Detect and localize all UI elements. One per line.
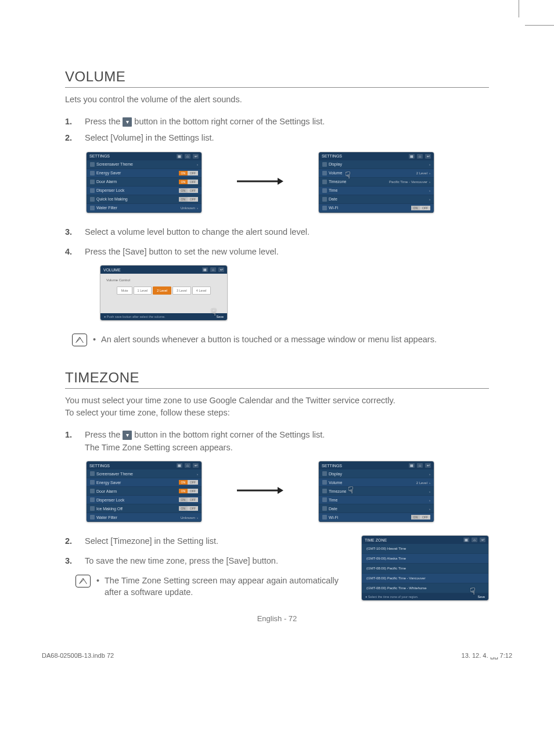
wifi-icon [322, 515, 327, 519]
ice-icon [90, 506, 95, 511]
settings-row[interactable]: Wi-FiONOFF [319, 513, 434, 522]
timezone-option[interactable]: (GMT-10:00) Hawaii Time [362, 544, 488, 554]
settings-row[interactable]: Energy SaverONOFF [87, 478, 202, 487]
volume-note: An alert sounds whenever a button is tou… [93, 334, 437, 345]
settings-row[interactable]: Door AlarmONOFF [87, 178, 202, 187]
step-3: 3. Select a volume level button to chang… [65, 226, 489, 239]
page-footer: English - 72 [65, 614, 489, 623]
settings-row[interactable]: Screensaver Theme› [87, 160, 202, 169]
settings-screenshot-b: SETTINGS ▦⌂↩ Display›Volume2 Level›Timez… [318, 152, 434, 213]
volume-screenshot: VOLUME ▦⌂↩ Volume Control Mute1 Level2 L… [100, 265, 228, 321]
clock-icon [322, 497, 327, 502]
timezone-intro: You must select your time zone to use Go… [65, 395, 489, 418]
timezone-heading: TIMEZONE [65, 370, 489, 386]
screensaver-icon [90, 162, 95, 167]
step-4: 4. Press the [Save] button to set the ne… [65, 246, 489, 259]
chevron-down-icon: ▾ [123, 431, 132, 440]
step-2: 2. Select [Volume] in the Settings list. [65, 132, 489, 145]
settings-row[interactable]: Volume2 Level› [319, 169, 434, 178]
settings-row[interactable]: Display› [319, 160, 434, 169]
tz-step-2: 2. Select [Timezone] in the Setting list… [65, 535, 344, 548]
volume-icon [322, 171, 327, 175]
volume-intro: Lets you control the volume of the alert… [65, 94, 489, 105]
timezone-note: The Time Zone Setting screen may appear … [96, 575, 344, 599]
settings-row[interactable]: Time› [319, 187, 434, 195]
lock-icon [90, 188, 95, 193]
settings-row[interactable]: Water FilterUnknown› [87, 204, 202, 213]
energy-icon [90, 171, 95, 175]
settings-row[interactable]: Quick Ice MakingONOFF [87, 195, 202, 204]
timezone-option[interactable]: (GMT-08:00) Pacific Time [362, 564, 488, 574]
timezone-option[interactable]: (GMT-08:00) Pacific Time - Whitehorse [362, 583, 488, 593]
step-1: 1. Press the ▾ button in the bottom righ… [65, 116, 489, 128]
settings-row[interactable]: Dispenser LockONOFF [87, 187, 202, 195]
settings-row[interactable]: Volume2 Level› [319, 478, 434, 487]
globe-icon [322, 489, 327, 493]
settings-row[interactable]: Time› [319, 496, 434, 504]
volume-level-button[interactable]: 2 Level [153, 286, 171, 295]
note-icon [72, 334, 87, 346]
timezone-option[interactable]: (GMT-09:00) Alaska Time [362, 554, 488, 564]
volume-heading: VOLUME [65, 69, 489, 85]
settings-row[interactable]: Water FilterUnknown› [87, 513, 202, 522]
svg-marker-4 [278, 487, 283, 494]
save-button[interactable]: Save [216, 315, 224, 318]
svg-marker-1 [278, 178, 283, 185]
ice-icon [90, 197, 95, 202]
settings-screenshot-d: SETTINGS ▦⌂↩ Display›Volume2 Level›Timez… [318, 461, 434, 522]
date-icon [322, 506, 327, 511]
settings-row[interactable]: Dispenser LockONOFF [87, 496, 202, 504]
volume-icon [322, 480, 327, 485]
arrow-right-icon [225, 177, 295, 188]
clock-icon [322, 188, 327, 193]
settings-row[interactable]: Door AlarmONOFF [87, 487, 202, 496]
volume-level-button[interactable]: 1 Level [134, 286, 152, 295]
back-icon: ↩ [193, 154, 199, 159]
tz-step-1: 1. Press the ▾ button in the bottom righ… [65, 429, 489, 454]
timezone-option[interactable]: (GMT-08:00) Pacific Time - Vancouver [362, 574, 488, 583]
date-icon [322, 197, 327, 202]
energy-icon [90, 480, 95, 485]
note-icon [75, 575, 91, 587]
settings-row[interactable]: Wi-FiONOFF [319, 204, 434, 213]
settings-row[interactable]: Display› [319, 470, 434, 478]
screensaver-icon [90, 471, 95, 476]
timezone-screenshot: TIME ZONE ▦⌂↩ (GMT-10:00) Hawaii Time(GM… [361, 535, 489, 601]
arrow-right-icon [225, 486, 295, 497]
settings-row[interactable]: Energy SaverONOFF [87, 169, 202, 178]
settings-row[interactable]: Date› [319, 195, 434, 204]
settings-row[interactable]: Ice Making OffONOFF [87, 504, 202, 513]
home-icon: ⌂ [185, 154, 190, 159]
doc-timestamp: 13. 12. 4. ␣␣ 7:12 [462, 652, 512, 660]
lock-icon [90, 497, 95, 502]
filter-icon [90, 206, 95, 210]
settings-row[interactable]: Screensaver Theme› [87, 470, 202, 478]
doc-filename: DA68-02500B-13.indb 72 [42, 652, 114, 660]
display-icon [322, 162, 327, 167]
volume-level-button[interactable]: 3 Level [172, 286, 191, 295]
chevron-down-icon: ▾ [123, 117, 132, 127]
settings-screenshot-a: SETTINGS ▦⌂↩ Screensaver Theme›Energy Sa… [86, 152, 202, 213]
display-icon [322, 471, 327, 476]
settings-screenshot-c: SETTINGS ▦⌂↩ Screensaver Theme›Energy Sa… [86, 461, 202, 522]
settings-row[interactable]: Timezone› [319, 487, 434, 496]
volume-level-button[interactable]: Mute [117, 286, 132, 295]
wifi-icon [322, 206, 327, 210]
door-icon [90, 489, 95, 493]
volume-level-button[interactable]: 4 Level [192, 286, 211, 295]
globe-icon [322, 180, 327, 184]
settings-row[interactable]: TimezonePacific Time - Vancouver› [319, 178, 434, 187]
save-icon: ▦ [177, 154, 182, 159]
tz-step-3: 3. To save the new time zone, press the … [65, 555, 344, 568]
door-icon [90, 180, 95, 184]
settings-row[interactable]: Date› [319, 504, 434, 513]
filter-icon [90, 515, 95, 519]
save-button[interactable]: Save [477, 595, 485, 599]
